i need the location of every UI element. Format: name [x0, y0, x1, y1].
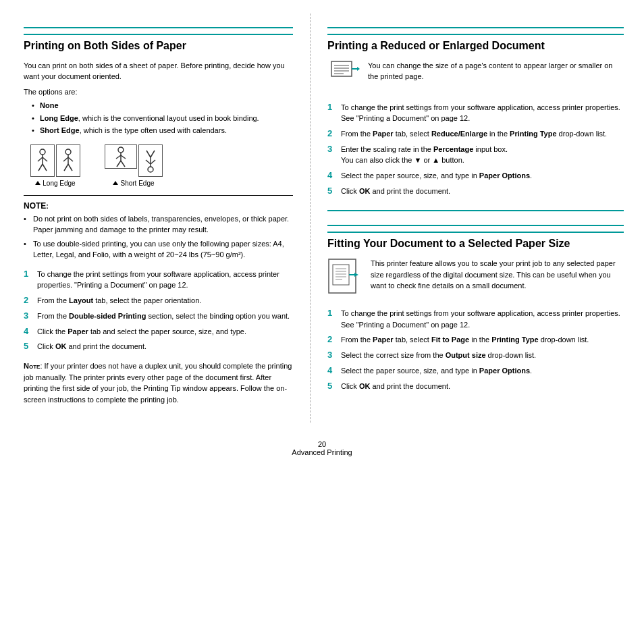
step-2: 2 From the Layout tab, select the paper …	[24, 295, 293, 306]
short-edge-page1	[105, 144, 137, 169]
short-edge-diagram: Short Edge	[105, 144, 163, 187]
r2-step-num-4: 4	[327, 365, 337, 377]
section2-icon	[327, 258, 363, 301]
svg-point-0	[40, 149, 45, 155]
section1-icons	[327, 60, 360, 95]
step-5: 5 Click OK and print the document.	[24, 341, 293, 352]
long-edge-label: Long Edge	[35, 180, 75, 187]
section1-intro: You can change the size of a page's cont…	[368, 60, 624, 91]
right-section-2: Fitting Your Document to a Selected Pape…	[327, 210, 624, 392]
svg-rect-24	[331, 61, 352, 76]
footer-subtitle: Advanced Printing	[0, 448, 644, 456]
r1-step-4: 4 Select the paper source, size, and typ…	[327, 170, 624, 182]
svg-line-8	[63, 157, 68, 161]
right-steps-1: 1 To change the print settings from your…	[327, 102, 624, 197]
short-edge-label: Short Edge	[113, 180, 154, 187]
step-text-1: To change the print settings from your s…	[37, 269, 293, 291]
step-num-4: 4	[24, 326, 33, 338]
svg-line-4	[38, 164, 43, 171]
right-title-2: Fitting Your Document to a Selected Pape…	[327, 232, 624, 251]
left-title: Printing on Both Sides of Paper	[24, 34, 293, 53]
r1-step-num-3: 3	[327, 144, 337, 166]
footer: 20 Advanced Printing	[0, 436, 644, 456]
r2-step-5: 5 Click OK and print the document.	[327, 381, 624, 392]
svg-line-11	[68, 164, 72, 171]
svg-line-15	[121, 155, 126, 159]
fit-page-icon	[327, 258, 363, 301]
left-steps: 1 To change the print settings from your…	[24, 269, 293, 353]
svg-line-10	[64, 164, 68, 171]
r1-step-text-3: Enter the scaling rate in the Percentage…	[341, 144, 508, 166]
svg-line-16	[117, 161, 121, 167]
svg-line-2	[38, 157, 43, 161]
r1-step-num-4: 4	[327, 170, 337, 182]
svg-point-18	[148, 167, 153, 172]
r2-step-text-2: From the Paper tab, select Fit to Page i…	[341, 334, 589, 346]
long-edge-figure2	[57, 145, 80, 176]
svg-line-9	[68, 157, 73, 161]
page: Printing on Both Sides of Paper You can …	[0, 0, 644, 644]
r1-step-num-2: 2	[327, 128, 337, 140]
section2-intro: This printer feature allows you to scale…	[371, 258, 624, 297]
r1-step-num-1: 1	[327, 102, 337, 124]
left-column: Printing on Both Sides of Paper You can …	[0, 14, 311, 423]
long-edge-triangle	[35, 181, 41, 185]
short-edge-triangle	[113, 181, 118, 185]
r1-step-text-1: To change the print settings from your s…	[341, 102, 624, 124]
step-3: 3 From the Double-sided Printing section…	[24, 311, 293, 322]
notes-list: Do not print on both sides of labels, tr…	[24, 213, 293, 261]
option-none: None	[32, 100, 293, 111]
step-num-5: 5	[24, 341, 33, 352]
r2-step-num-1: 1	[327, 308, 337, 330]
options-list: None Long Edge, which is the conventiona…	[24, 100, 293, 136]
r1-step-2: 2 From the Paper tab, select Reduce/Enla…	[327, 128, 624, 140]
r2-step-4: 4 Select the paper source, size, and typ…	[327, 365, 624, 377]
step-text-5: Click OK and print the document.	[37, 341, 146, 352]
svg-line-3	[43, 157, 47, 161]
short-edge-figure2	[139, 145, 162, 176]
svg-line-22	[146, 151, 151, 157]
svg-line-14	[116, 155, 121, 159]
note-item-1: Do not print on both sides of labels, tr…	[24, 213, 293, 236]
r2-step-num-3: 3	[327, 350, 337, 361]
svg-marker-39	[354, 273, 358, 277]
svg-point-6	[65, 149, 71, 155]
note-bottom: Note: If your printer does not have a du…	[24, 360, 293, 405]
r1-step-1: 1 To change the print settings from your…	[327, 102, 624, 124]
long-edge-figure1	[31, 145, 54, 176]
short-edge-figure1	[105, 145, 136, 168]
section2-icon-text: This printer feature allows you to scale…	[327, 258, 624, 301]
step-text-2: From the Layout tab, select the paper or…	[37, 295, 201, 306]
step-4: 4 Click the Paper tab and select the pap…	[24, 326, 293, 338]
r1-step-3: 3 Enter the scaling rate in the Percenta…	[327, 144, 624, 166]
scale-icon	[327, 60, 360, 95]
long-edge-page2	[56, 144, 80, 177]
step-num-3: 3	[24, 311, 33, 322]
svg-rect-32	[333, 265, 349, 285]
svg-line-17	[121, 161, 125, 167]
r2-step-text-5: Click OK and print the document.	[341, 381, 450, 392]
r2-step-num-2: 2	[327, 334, 337, 346]
long-edge-page1	[30, 144, 55, 177]
step-num-2: 2	[24, 295, 33, 306]
step-text-4: Click the Paper tab and select the paper…	[37, 326, 246, 338]
right-steps-2: 1 To change the print settings from your…	[327, 308, 624, 392]
option-long-edge: Long Edge, which is the conventional lay…	[32, 113, 293, 124]
svg-line-20	[146, 160, 151, 164]
right-title-1: Printing a Reduced or Enlarged Document	[327, 34, 624, 53]
left-intro: You can print on both sides of a sheet o…	[24, 60, 293, 82]
short-edge-pages	[105, 144, 163, 177]
svg-line-23	[151, 151, 155, 157]
page-number: 20	[0, 440, 644, 448]
long-edge-diagram: Long Edge	[30, 144, 80, 187]
r1-step-text-5: Click OK and print the document.	[341, 186, 450, 197]
long-edge-pages	[30, 144, 80, 177]
options-intro: The options are:	[24, 86, 293, 98]
option-short-edge: Short Edge, which is the type often used…	[32, 125, 293, 136]
r1-step-text-4: Select the paper source, size, and type …	[341, 170, 532, 182]
section-divider	[327, 225, 624, 226]
r2-step-3: 3 Select the correct size from the Outpu…	[327, 350, 624, 361]
svg-line-5	[43, 164, 47, 171]
svg-point-12	[118, 147, 124, 153]
r2-step-text-4: Select the paper source, size, and type …	[341, 365, 532, 377]
